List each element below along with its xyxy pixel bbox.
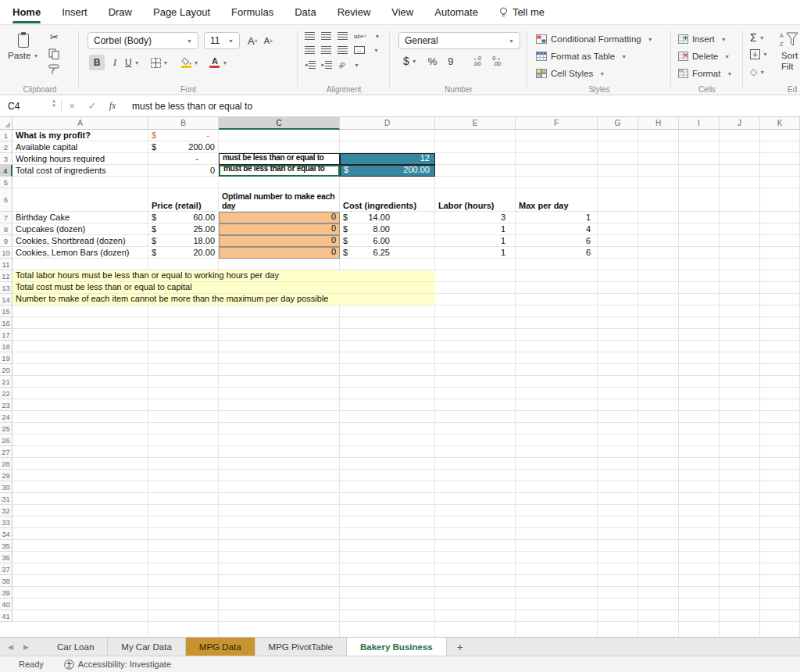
row-header-38[interactable]: 38 [0, 575, 12, 587]
row-header-8[interactable]: 8 [0, 223, 12, 235]
menu-data[interactable]: Data [295, 0, 316, 25]
cell-E9[interactable]: 1 [435, 235, 516, 247]
comma-style-icon[interactable]: 9 [448, 55, 453, 67]
bold-button[interactable]: B [89, 55, 105, 70]
cell-B9[interactable]: $18.00 [148, 235, 219, 247]
font-name-select[interactable]: Corbel (Body) ▼ [88, 32, 198, 49]
currency-icon[interactable]: $ ▼ [403, 55, 417, 67]
increase-indent-icon[interactable]: ▸ [322, 61, 333, 69]
align-middle-icon[interactable] [321, 32, 331, 40]
row-header-40[interactable]: 40 [0, 599, 12, 610]
select-all-corner[interactable] [0, 117, 12, 130]
align-top-icon[interactable] [305, 32, 315, 40]
cell-B8[interactable]: $25.00 [148, 223, 219, 235]
cell-A2[interactable]: Available capital [12, 141, 148, 153]
cell-B4[interactable]: 0 [148, 165, 219, 177]
next-sheet-icon[interactable]: ▶ [23, 643, 29, 651]
cell-C8[interactable]: 0 [219, 223, 340, 235]
row-header-4[interactable]: 4 [0, 165, 12, 177]
sort-filter-label-2[interactable]: Filt [781, 62, 793, 71]
cell-D6[interactable]: Cost (ingredients) [340, 188, 435, 212]
row-header-22[interactable]: 22 [0, 388, 12, 399]
column-header-B[interactable]: B [148, 117, 219, 130]
cell-A3[interactable]: Working hours required [12, 153, 148, 165]
name-box-stepper[interactable]: ▲▼ [52, 98, 56, 108]
copy-icon[interactable] [48, 48, 60, 59]
autosum-icon[interactable]: Σ [750, 31, 757, 44]
align-left-icon[interactable] [305, 46, 315, 54]
enter-icon[interactable]: ✓ [82, 100, 102, 112]
italic-button[interactable]: I [108, 57, 122, 69]
font-size-select[interactable]: 11 ▼ [204, 32, 240, 49]
row-header-1[interactable]: 1 [0, 130, 12, 141]
row-header-27[interactable]: 27 [0, 446, 12, 458]
column-header-G[interactable]: G [598, 117, 638, 130]
row-header-17[interactable]: 17 [0, 329, 12, 341]
cell-A12[interactable]: Total labor hours must be less than or e… [12, 270, 435, 282]
row-header-36[interactable]: 36 [0, 552, 12, 563]
row-header-31[interactable]: 31 [0, 493, 12, 505]
cell-D3[interactable]: 12 [340, 153, 435, 165]
column-header-F[interactable]: F [516, 117, 598, 130]
cell-F7[interactable]: 1 [516, 212, 598, 223]
delete-cells-button[interactable]: Delete ▼ [678, 49, 730, 63]
sort-filter-icon[interactable]: AZ [780, 31, 798, 48]
font-color-icon[interactable]: A [209, 57, 220, 68]
cell-A4[interactable]: Total cost of ingredients [12, 165, 148, 177]
cell-styles-button[interactable]: Cell Styles ▼ [536, 66, 605, 80]
align-right-icon[interactable] [338, 46, 348, 54]
row-header-37[interactable]: 37 [0, 563, 12, 575]
sheet-tab-my-car-data[interactable]: My Car Data [108, 638, 186, 656]
row-header-7[interactable]: 7 [0, 212, 12, 223]
cell-A9[interactable]: Cookies, Shortbread (dozen) [12, 235, 148, 247]
menu-review[interactable]: Review [338, 0, 371, 25]
cell-A7[interactable]: Birthday Cake [12, 212, 148, 223]
menu-automate[interactable]: Automate [434, 0, 478, 25]
row-header-18[interactable]: 18 [0, 341, 12, 352]
row-header-39[interactable]: 39 [0, 587, 12, 599]
cell-C10[interactable]: 0 [219, 247, 340, 259]
menu-insert[interactable]: Insert [62, 0, 88, 25]
insert-cells-button[interactable]: Insert ▼ [678, 32, 727, 46]
cancel-icon[interactable]: × [62, 100, 82, 112]
column-header-K[interactable]: K [760, 117, 800, 130]
row-header-21[interactable]: 21 [0, 376, 12, 388]
row-header-29[interactable]: 29 [0, 470, 12, 481]
cell-D7[interactable]: $14.00 [340, 212, 435, 223]
row-header-15[interactable]: 15 [0, 306, 12, 317]
cell-A1[interactable]: What is my profit? [12, 130, 148, 141]
menu-formulas[interactable]: Formulas [231, 0, 273, 25]
row-header-28[interactable]: 28 [0, 458, 12, 470]
add-sheet-button[interactable]: + [447, 638, 473, 656]
sort-filter-label-1[interactable]: Sort [781, 51, 798, 60]
clear-icon[interactable]: ◇ [750, 66, 757, 77]
menu-view[interactable]: View [391, 0, 413, 25]
percent-icon[interactable]: % [428, 55, 438, 67]
cell-B10[interactable]: $20.00 [148, 247, 219, 259]
shrink-font-icon[interactable]: A˅ [264, 36, 273, 45]
cell-C9[interactable]: 0 [219, 235, 340, 247]
row-header-13[interactable]: 13 [0, 282, 12, 294]
formula-input[interactable]: must be less than or equal to [132, 101, 252, 112]
orientation-icon[interactable]: ab [337, 60, 347, 70]
row-header-26[interactable]: 26 [0, 434, 12, 446]
accessibility-status[interactable]: Accessibility: Investigate [64, 659, 171, 670]
paste-button[interactable]: Paste ▼ [8, 31, 38, 60]
row-header-16[interactable]: 16 [0, 317, 12, 329]
cell-F6[interactable]: Max per day [516, 188, 598, 212]
row-header-24[interactable]: 24 [0, 411, 12, 423]
sheet-tab-bakery-business[interactable]: Bakery Business [347, 638, 447, 656]
column-header-J[interactable]: J [720, 117, 760, 130]
cell-D9[interactable]: $6.00 [340, 235, 435, 247]
row-header-9[interactable]: 9 [0, 235, 12, 247]
cell-C6[interactable]: Optimal number to make each day [219, 188, 340, 212]
cell-A8[interactable]: Cupcakes (dozen) [12, 223, 148, 235]
column-header-H[interactable]: H [638, 117, 679, 130]
row-header-19[interactable]: 19 [0, 352, 12, 364]
column-header-I[interactable]: I [679, 117, 720, 130]
increase-decimal-icon[interactable]: ←0.00 [473, 55, 482, 66]
fill-down-icon[interactable] [750, 49, 760, 59]
row-header-34[interactable]: 34 [0, 528, 12, 540]
cell-D10[interactable]: $6.25 [340, 247, 435, 259]
sheet-tab-mpg-pivottable[interactable]: MPG PivotTable [255, 638, 347, 656]
